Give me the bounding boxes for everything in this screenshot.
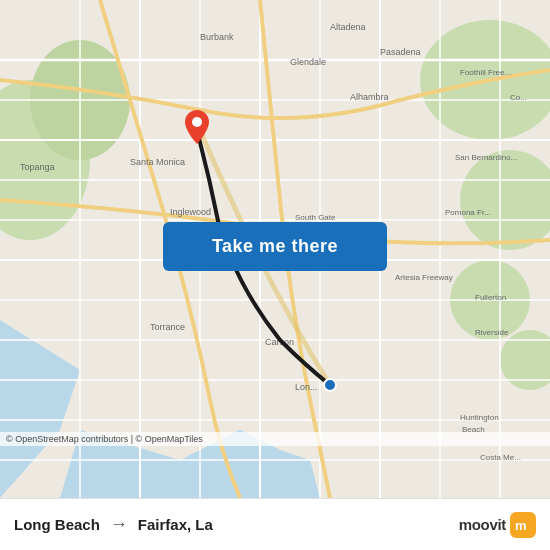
route-from: Long Beach bbox=[14, 516, 100, 533]
svg-text:Altadena: Altadena bbox=[330, 22, 366, 32]
svg-text:Costa Me...: Costa Me... bbox=[480, 453, 521, 462]
svg-text:Alhambra: Alhambra bbox=[350, 92, 389, 102]
svg-text:Inglewood: Inglewood bbox=[170, 207, 211, 217]
map-attribution: © OpenStreetMap contributors | © OpenMap… bbox=[0, 432, 550, 446]
app-container: Burbank Altadena Glendale Pasadena Alham… bbox=[0, 0, 550, 550]
origin-pin bbox=[185, 110, 209, 148]
svg-text:Carson: Carson bbox=[265, 337, 294, 347]
svg-text:Santa Monica: Santa Monica bbox=[130, 157, 185, 167]
bottom-bar: Long Beach → Fairfax, La moovit m bbox=[0, 498, 550, 550]
svg-text:Artesia Freeway: Artesia Freeway bbox=[395, 273, 453, 282]
svg-text:South Gate: South Gate bbox=[295, 213, 336, 222]
svg-text:Topanga: Topanga bbox=[20, 162, 55, 172]
svg-text:Huntington: Huntington bbox=[460, 413, 499, 422]
take-me-there-label: Take me there bbox=[212, 236, 338, 257]
moovit-logo: moovit m bbox=[459, 512, 536, 538]
svg-text:Lon...: Lon... bbox=[295, 382, 318, 392]
svg-text:Pasadena: Pasadena bbox=[380, 47, 421, 57]
svg-text:Co...: Co... bbox=[510, 93, 527, 102]
svg-point-51 bbox=[192, 117, 202, 127]
svg-text:Riverside: Riverside bbox=[475, 328, 509, 337]
svg-text:m: m bbox=[515, 518, 527, 533]
take-me-there-button[interactable]: Take me there bbox=[163, 222, 387, 271]
svg-text:Pomona Fr...: Pomona Fr... bbox=[445, 208, 491, 217]
svg-text:Burbank: Burbank bbox=[200, 32, 234, 42]
route-to: Fairfax, La bbox=[138, 516, 213, 533]
svg-text:Foothill Free...: Foothill Free... bbox=[460, 68, 511, 77]
svg-text:Glendale: Glendale bbox=[290, 57, 326, 67]
svg-text:Torrance: Torrance bbox=[150, 322, 185, 332]
destination-pin bbox=[323, 378, 337, 392]
svg-text:Fullerton: Fullerton bbox=[475, 293, 506, 302]
route-arrow: → bbox=[110, 514, 128, 535]
svg-text:San Bernardino...: San Bernardino... bbox=[455, 153, 517, 162]
map-area: Burbank Altadena Glendale Pasadena Alham… bbox=[0, 0, 550, 498]
moovit-icon: m bbox=[510, 512, 536, 538]
moovit-text: moovit bbox=[459, 516, 506, 533]
